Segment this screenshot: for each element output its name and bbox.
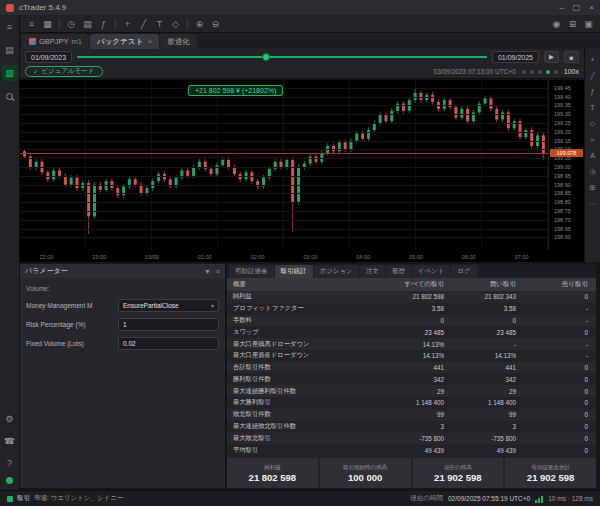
chart-type-icon[interactable]: ▤	[80, 17, 95, 31]
zoom-out-icon[interactable]: ⊖	[208, 17, 223, 31]
parameter-input[interactable]: 1	[118, 318, 219, 331]
tab-close-icon[interactable]: ×	[148, 38, 152, 45]
save-parameters-icon[interactable]: ▼	[204, 268, 211, 275]
zoom-in-icon[interactable]: ⊕	[192, 17, 207, 31]
play-button[interactable]: ▶	[544, 51, 559, 63]
stats-row[interactable]: 純利益21 802 59821 802 3430	[227, 291, 596, 303]
grid-tool-icon[interactable]: ⊞	[587, 182, 599, 193]
crosshair-tool-icon[interactable]: +	[587, 54, 599, 65]
stats-cell: 0	[524, 447, 596, 454]
maximize-button[interactable]: ▢	[573, 3, 581, 12]
help-icon[interactable]: ?	[2, 455, 18, 471]
results-tab[interactable]: ログ	[451, 265, 476, 278]
grid-line	[20, 105, 548, 106]
stats-row[interactable]: 最大敗北取引-735 800-735 8000	[227, 432, 596, 444]
speed-dot[interactable]	[522, 70, 526, 74]
tab-symbol-chart[interactable]: GBPJPY m1	[22, 34, 89, 49]
price-axis-label: 199.45	[554, 85, 571, 91]
time-axis-label: 23:00	[73, 254, 126, 260]
stats-row[interactable]: プロフィットファクター3.583.58-	[227, 303, 596, 315]
backtest-progress-knob[interactable]	[262, 53, 270, 61]
speed-dot[interactable]	[530, 70, 534, 74]
close-button[interactable]: ×	[589, 3, 594, 12]
price-axis-label: 199.15	[554, 138, 571, 144]
clock-tool-icon[interactable]: ◷	[587, 166, 599, 177]
crosshair-icon[interactable]: +	[120, 17, 135, 31]
sidebar-watchlist-icon[interactable]: ▤	[2, 42, 18, 58]
speed-dot[interactable]	[554, 70, 558, 74]
current-price-line	[20, 153, 548, 154]
chart-plot[interactable]	[20, 80, 548, 250]
support-phone-icon[interactable]: ☎	[2, 433, 18, 449]
indicator-tool-icon[interactable]: ƒ	[587, 86, 599, 97]
speed-dot[interactable]	[546, 70, 550, 74]
stats-row[interactable]: 最大連続敗北取引件数330	[227, 421, 596, 433]
stats-row[interactable]: 最大口座資産ドローダウン14.13%14.13%-	[227, 350, 596, 362]
backtest-progress-track[interactable]	[77, 56, 487, 58]
results-tab[interactable]: 有効証拠金	[229, 265, 274, 278]
visual-mode-check-icon: ✓	[33, 68, 38, 76]
layout-grid-icon[interactable]: ⊞	[565, 17, 580, 31]
grid-line	[20, 158, 548, 159]
stats-row[interactable]: 合計取引件数4414410	[227, 362, 596, 374]
results-tab[interactable]: イベント	[412, 265, 451, 278]
results-tab[interactable]: 取引統計	[275, 265, 313, 278]
stats-row[interactable]: スワップ23 48523 4850	[227, 326, 596, 338]
sidebar-menu-icon[interactable]: ≡	[2, 19, 18, 35]
start-date-picker[interactable]: 01/09/2023	[25, 51, 72, 63]
stats-row[interactable]: 最大口座残高ドローダウン14.13%--	[227, 338, 596, 350]
more-tools-icon[interactable]: ⋯	[587, 198, 599, 209]
status-mode[interactable]: 取引	[17, 494, 30, 503]
results-tab[interactable]: ポジション	[314, 265, 359, 278]
indicators-icon[interactable]: ƒ	[96, 17, 111, 31]
results-tab[interactable]: 履歴	[386, 265, 411, 278]
chart-area[interactable]: +21 802 598 ¥ (+21802%) 199.078 199.4519…	[20, 80, 584, 262]
menu-icon[interactable]: ≡	[24, 17, 39, 31]
sidebar-search-icon[interactable]	[2, 88, 18, 104]
label-tool-icon[interactable]: A	[587, 150, 599, 161]
stats-row[interactable]: 平均取引49 43949 4390	[227, 444, 596, 456]
parameters-menu-icon[interactable]: ≡	[216, 268, 220, 275]
stats-row[interactable]: 最大連続勝利取引件数29290	[227, 385, 596, 397]
stats-row[interactable]: 最大勝利取引1 148 4001 148 4000	[227, 397, 596, 409]
stop-button[interactable]: ■	[564, 51, 579, 63]
stats-cell: -735 800	[452, 435, 524, 442]
summary-label: 現在の残高	[444, 464, 472, 471]
parameter-select[interactable]: EnsurePartialClose▾	[118, 299, 219, 312]
time-axis-label: 22:00	[20, 254, 73, 260]
trendline-icon[interactable]: ╱	[136, 17, 151, 31]
timeframe-icon[interactable]: ◷	[64, 17, 79, 31]
minimize-button[interactable]: –	[559, 3, 563, 12]
sidebar-chart-icon[interactable]: ▥	[2, 65, 18, 81]
tab-backtest[interactable]: バックテスト ×	[90, 34, 159, 49]
grid-line	[20, 88, 548, 89]
price-axis[interactable]: 199.078 199.45199.40199.35199.30199.2519…	[548, 80, 584, 250]
panel-toggle-icon[interactable]: ▣	[581, 17, 596, 31]
tab-optimize[interactable]: 最適化	[160, 34, 197, 49]
end-date-picker[interactable]: 01/09/2025	[492, 51, 539, 63]
shapes-icon[interactable]: ◇	[168, 17, 183, 31]
fibonacci-tool-icon[interactable]: ≈	[587, 134, 599, 145]
text-tool-icon[interactable]: T	[152, 17, 167, 31]
speed-slider[interactable]	[522, 70, 558, 74]
status-latency: 10 ms · 128 ms	[548, 495, 593, 502]
window-controls: – ▢ ×	[559, 3, 594, 12]
parameter-input[interactable]: 0.02	[118, 337, 219, 350]
stats-row[interactable]: 手数料00-	[227, 315, 596, 327]
results-tab[interactable]: 注文	[360, 265, 385, 278]
connection-status-icon	[7, 496, 13, 502]
text-annotation-icon[interactable]: T	[587, 102, 599, 113]
symbol-grid-icon[interactable]: ▦	[40, 17, 55, 31]
stats-cell: 21 802 598	[380, 293, 452, 300]
trendline-tool-icon[interactable]: ╱	[587, 70, 599, 81]
speed-dot[interactable]	[538, 70, 542, 74]
visual-mode-toggle[interactable]: ✓ ビジュアルモード	[25, 66, 103, 77]
settings-gear-icon[interactable]: ⚙	[2, 411, 18, 427]
toolbar-separator	[115, 19, 116, 29]
stats-row[interactable]: 勝利取引件数3423420	[227, 373, 596, 385]
stats-row[interactable]: 敗北取引件数99990	[227, 409, 596, 421]
shape-tool-icon[interactable]: ◇	[587, 118, 599, 129]
stats-cell: 14.13%	[380, 352, 452, 359]
alerts-icon[interactable]: ◉	[549, 17, 564, 31]
parameter-value: EnsurePartialClose	[123, 302, 179, 309]
